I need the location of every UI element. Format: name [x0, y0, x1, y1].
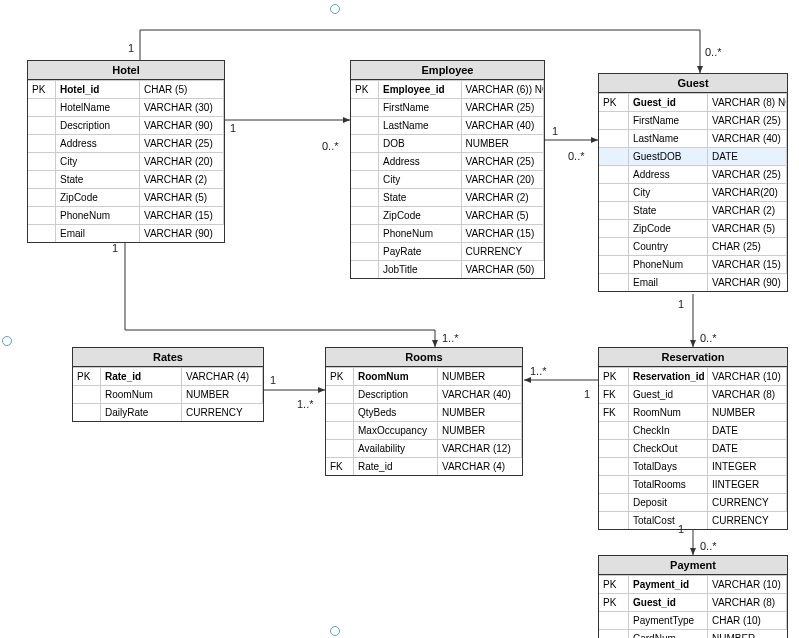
- cardinality-label: 0..*: [322, 140, 339, 152]
- column-type-cell: CURRENCY: [708, 511, 787, 529]
- column-name-cell: TotalCost: [629, 511, 708, 529]
- column-type-cell: CURRENCY: [182, 403, 263, 421]
- column-key-cell: [351, 152, 379, 170]
- drag-handle-icon[interactable]: [330, 626, 340, 636]
- entity-title: Rooms: [326, 348, 522, 367]
- entity-body: PKHotel_idCHAR (5)HotelNameVARCHAR (30)D…: [28, 80, 224, 242]
- column-key-cell: [599, 511, 629, 529]
- column-type-cell: NUMBER: [708, 403, 787, 421]
- column-name-cell: Email: [56, 224, 140, 242]
- column-name-cell: Description: [354, 385, 438, 403]
- column-key-cell: PK: [326, 367, 354, 385]
- column-name-cell: State: [379, 188, 462, 206]
- column-type-cell: VARCHAR(20): [708, 183, 787, 201]
- cardinality-label: 1: [230, 122, 236, 134]
- column-name-cell: Country: [629, 237, 708, 255]
- column-key-cell: [28, 188, 56, 206]
- entity-body: PKPayment_idVARCHAR (10)PKGuest_idVARCHA…: [599, 575, 787, 638]
- column-name-cell: Availability: [354, 439, 438, 457]
- column-key-cell: [28, 116, 56, 134]
- column-key-cell: [599, 237, 629, 255]
- column-key-cell: [599, 219, 629, 237]
- column-type-cell: VARCHAR (10): [708, 367, 787, 385]
- entity-body: PKRate_idVARCHAR (4)RoomNumNUMBERDailyRa…: [73, 367, 263, 421]
- column-type-cell: VARCHAR (10): [708, 575, 787, 593]
- column-name-cell: Employee_id: [379, 80, 462, 98]
- column-key-cell: FK: [599, 403, 629, 421]
- column-type-cell: VARCHAR (15): [140, 206, 224, 224]
- column-type-cell: VARCHAR (25): [462, 152, 545, 170]
- cardinality-label: 1..*: [442, 332, 459, 344]
- column-type-cell: VARCHAR (50): [462, 260, 545, 278]
- column-key-cell: [28, 134, 56, 152]
- column-type-cell: VARCHAR (5): [708, 219, 787, 237]
- entity-hotel[interactable]: Hotel PKHotel_idCHAR (5)HotelNameVARCHAR…: [27, 60, 225, 243]
- column-name-cell: Reservation_id: [629, 367, 708, 385]
- entity-payment[interactable]: Payment PKPayment_idVARCHAR (10)PKGuest_…: [598, 555, 788, 638]
- entity-rates[interactable]: Rates PKRate_idVARCHAR (4)RoomNumNUMBERD…: [72, 347, 264, 422]
- column-key-cell: PK: [351, 80, 379, 98]
- column-type-cell: VARCHAR (4): [182, 367, 263, 385]
- column-type-cell: VARCHAR (20): [462, 170, 545, 188]
- column-type-cell: CURRENCY: [462, 242, 545, 260]
- column-name-cell: City: [629, 183, 708, 201]
- drag-handle-icon[interactable]: [330, 4, 340, 14]
- column-key-cell: [73, 403, 101, 421]
- column-key-cell: [599, 421, 629, 439]
- cardinality-label: 1..*: [297, 398, 314, 410]
- entity-title: Payment: [599, 556, 787, 575]
- column-type-cell: NUMBER: [438, 403, 522, 421]
- column-key-cell: [599, 111, 629, 129]
- entity-title: Employee: [351, 61, 544, 80]
- column-name-cell: Rate_id: [101, 367, 182, 385]
- entity-body: PKRoomNumNUMBERDescriptionVARCHAR (40)Qt…: [326, 367, 522, 475]
- cardinality-label: 1: [584, 388, 590, 400]
- column-name-cell: PhoneNum: [629, 255, 708, 273]
- column-key-cell: [599, 165, 629, 183]
- column-key-cell: PK: [28, 80, 56, 98]
- column-name-cell: TotalRooms: [629, 475, 708, 493]
- column-name-cell: PaymentType: [629, 611, 708, 629]
- column-type-cell: VARCHAR (6)) NOT NULL: [462, 80, 545, 98]
- column-name-cell: RoomNum: [354, 367, 438, 385]
- column-name-cell: Guest_id: [629, 385, 708, 403]
- column-type-cell: IINTEGER: [708, 475, 787, 493]
- diagram-canvas[interactable]: Hotel PKHotel_idCHAR (5)HotelNameVARCHAR…: [0, 0, 799, 638]
- column-key-cell: PK: [599, 93, 629, 111]
- cardinality-label: 1: [128, 42, 134, 54]
- column-type-cell: VARCHAR (90): [140, 224, 224, 242]
- column-name-cell: City: [56, 152, 140, 170]
- column-name-cell: ZipCode: [379, 206, 462, 224]
- column-type-cell: NUMBER: [438, 421, 522, 439]
- entity-rooms[interactable]: Rooms PKRoomNumNUMBERDescriptionVARCHAR …: [325, 347, 523, 476]
- entity-body: PKReservation_idVARCHAR (10)FKGuest_idVA…: [599, 367, 787, 529]
- column-key-cell: [351, 116, 379, 134]
- cardinality-label: 1: [112, 242, 118, 254]
- column-name-cell: QtyBeds: [354, 403, 438, 421]
- column-key-cell: [28, 152, 56, 170]
- column-key-cell: [351, 242, 379, 260]
- column-type-cell: VARCHAR (2): [708, 201, 787, 219]
- cardinality-label: 0..*: [700, 540, 717, 552]
- cardinality-label: 0..*: [700, 332, 717, 344]
- cardinality-label: 1..*: [530, 365, 547, 377]
- column-key-cell: FK: [599, 385, 629, 403]
- column-key-cell: [326, 385, 354, 403]
- column-name-cell: CardNum: [629, 629, 708, 638]
- column-key-cell: PK: [599, 593, 629, 611]
- entity-reservation[interactable]: Reservation PKReservation_idVARCHAR (10)…: [598, 347, 788, 530]
- column-key-cell: PK: [599, 367, 629, 385]
- column-type-cell: CHAR (10): [708, 611, 787, 629]
- entity-title: Hotel: [28, 61, 224, 80]
- column-name-cell: RoomNum: [101, 385, 182, 403]
- column-type-cell: NUMBER: [708, 629, 787, 638]
- column-key-cell: [351, 98, 379, 116]
- cardinality-label: 1: [678, 523, 684, 535]
- entity-guest[interactable]: Guest PKGuest_idVARCHAR (8) NOT NULLFirs…: [598, 73, 788, 292]
- drag-handle-icon[interactable]: [2, 336, 12, 346]
- column-type-cell: VARCHAR (2): [462, 188, 545, 206]
- column-type-cell: VARCHAR (25): [708, 165, 787, 183]
- column-key-cell: [599, 273, 629, 291]
- column-key-cell: [351, 224, 379, 242]
- entity-employee[interactable]: Employee PKEmployee_idVARCHAR (6)) NOT N…: [350, 60, 545, 279]
